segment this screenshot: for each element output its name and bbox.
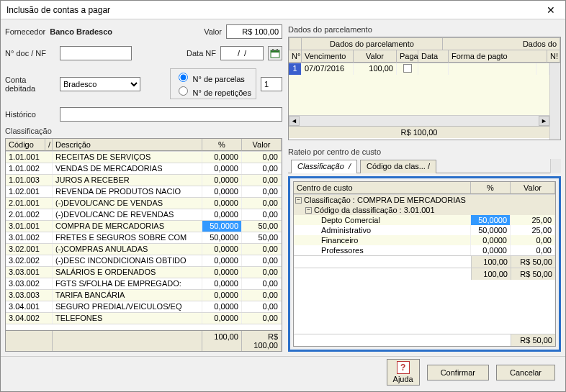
rateio-vscroll-top[interactable] <box>550 159 561 173</box>
datanf-label: Data NF <box>187 49 216 58</box>
list-item[interactable]: Administrativo50,000025,00 <box>294 225 555 235</box>
historico-label: Histórico <box>5 110 55 119</box>
table-row[interactable]: 1.01.002VENDAS DE MERCADORIAS0,00000,00 <box>6 163 282 175</box>
table-row[interactable]: 3.03.003TARIFA BANCÁRIA0,00000,00 <box>6 290 282 301</box>
table-row[interactable]: 1.01.001RECEITAS DE SERVIÇOS0,00000,00 <box>6 152 282 163</box>
rateio-box: Centro de custo % Valor − Classificação … <box>288 176 561 352</box>
class-foot-percent: 100,00 <box>202 331 242 351</box>
table-row[interactable]: 3.03.002FGTS S/FOLHA DE EMPREGADO:0,0000… <box>6 278 282 290</box>
col-codigo[interactable]: Código <box>6 139 45 151</box>
window-title: Inclusão de contas a pagar <box>6 5 110 15</box>
confirmar-button[interactable]: Confirmar <box>427 365 489 380</box>
help-icon: ? <box>397 361 410 374</box>
list-item[interactable]: Depto Comercial50,000025,00 <box>294 215 555 225</box>
historico-input[interactable] <box>60 107 282 122</box>
col-descricao[interactable]: Descrição <box>53 139 202 151</box>
table-row[interactable]: 3.02.001(-)COMPRAS ANULADAS0,00000,00 <box>6 244 282 255</box>
pcol-venc[interactable]: Vencimento <box>302 50 354 63</box>
rateio-title: Rateio por centro de custo <box>288 147 561 156</box>
table-row[interactable]: 3.02.002(-)DESC INCONDICIONAIS OBTIDO0,0… <box>6 255 282 267</box>
table-row[interactable]: 1.02.001REVENDA DE PRODUTOS NACIO0,00000… <box>6 186 282 198</box>
svg-rect-1 <box>271 50 279 53</box>
calendar-icon[interactable] <box>268 46 282 60</box>
table-row[interactable]: 3.04.001SEGURO PREDIAL/VEICULOS/EQ0,0000… <box>6 301 282 313</box>
parcel-vscroll[interactable] <box>549 63 560 140</box>
table-row[interactable]: 3.04.002TELEFONES0,00000,00 <box>6 313 282 324</box>
col-percent[interactable]: % <box>202 139 242 151</box>
conta-select[interactable]: Bradesco <box>60 77 140 91</box>
pcol-extra[interactable]: N! <box>547 50 560 63</box>
close-icon[interactable]: ✕ <box>542 4 560 16</box>
rcol-cc[interactable]: Centro de custo <box>294 182 471 194</box>
rcol-percent[interactable]: % <box>471 182 511 194</box>
radio-parcelas[interactable]: N° de parcelas <box>175 70 251 83</box>
classificacao-title: Classificação <box>5 127 282 135</box>
ajuda-button[interactable]: ? Ajuda <box>387 359 420 386</box>
pcol-paga[interactable]: Paga <box>397 50 418 63</box>
table-row[interactable]: 3.01.001COMPRA DE MERCADORIAS50,000050,0… <box>6 221 282 232</box>
list-item[interactable]: Professores0,00000,00 <box>294 245 555 255</box>
pcol-n[interactable]: N° <box>289 50 302 63</box>
fornecedor-value: Banco Bradesco <box>50 27 112 36</box>
parcelamento-title: Dados do parcelamento <box>288 25 561 34</box>
svg-rect-3 <box>277 49 278 51</box>
ndoc-input[interactable] <box>60 46 132 60</box>
class-foot-valor: R$ 100,00 <box>242 331 282 351</box>
radio-repeticoes[interactable]: N° de repetições <box>175 84 251 97</box>
parcel-hscroll[interactable]: ◄► <box>289 115 549 126</box>
col-valor[interactable]: Valor <box>242 139 282 151</box>
table-row[interactable]: 3.03.001SALÁRIOS E ORDENADOS0,00000,00 <box>6 267 282 278</box>
pcol-forma[interactable]: Forma de pagto <box>449 50 547 63</box>
checkbox[interactable] <box>403 64 412 73</box>
table-row[interactable]: 107/07/2016100,00 <box>289 63 549 75</box>
ndoc-label: N° doc / NF <box>5 49 55 58</box>
table-row[interactable]: 3.01.002FRETES E SEGUROS SOBRE COM50,000… <box>6 232 282 244</box>
parcelamento-grid[interactable]: Dados do parcelamento Dados do N° Vencim… <box>288 37 561 140</box>
titlebar: Inclusão de contas a pagar ✕ <box>1 1 565 19</box>
parcelas-input[interactable] <box>261 77 282 91</box>
svg-rect-2 <box>272 49 274 51</box>
table-row[interactable]: 2.01.001(-)DEVOL/CANC DE VENDAS0,00000,0… <box>6 198 282 209</box>
tab-codigo[interactable]: Código da clas... / <box>360 160 436 173</box>
rateio-group2[interactable]: − Código da classificação : 3.01.001 <box>294 205 555 215</box>
parcelas-group: N° de parcelas N° de repetições <box>170 68 256 99</box>
collapse-icon[interactable]: − <box>295 197 302 204</box>
rateio-group1[interactable]: − Classificação : COMPRA DE MERCADORIAS <box>294 195 555 205</box>
col-sort[interactable]: / <box>45 139 53 151</box>
pcol-valor[interactable]: Valor <box>354 50 397 63</box>
datanf-input[interactable] <box>220 46 264 60</box>
valor-input[interactable] <box>226 24 282 39</box>
fornecedor-label: Fornecedor <box>5 27 45 36</box>
conta-label: Conta debitada <box>5 76 55 93</box>
cancelar-button[interactable]: Cancelar <box>496 365 555 380</box>
table-row[interactable]: 2.01.002(-)DEVOL/CANC DE REVENDAS0,00000… <box>6 209 282 221</box>
rcol-valor[interactable]: Valor <box>511 182 555 194</box>
parcel-total: R$ 100,00 <box>289 126 549 138</box>
classificacao-grid[interactable]: Código / Descrição % Valor 1.01.001RECEI… <box>5 138 282 352</box>
pcol-data[interactable]: Data <box>418 50 449 63</box>
table-row[interactable]: 1.01.003JUROS A RECEBER0,00000,00 <box>6 175 282 186</box>
collapse-icon[interactable]: − <box>305 207 312 214</box>
valor-label: Valor <box>204 27 222 36</box>
list-item[interactable]: Financeiro0,00000,00 <box>294 235 555 245</box>
tab-classificacao[interactable]: Classificação / <box>291 160 357 173</box>
